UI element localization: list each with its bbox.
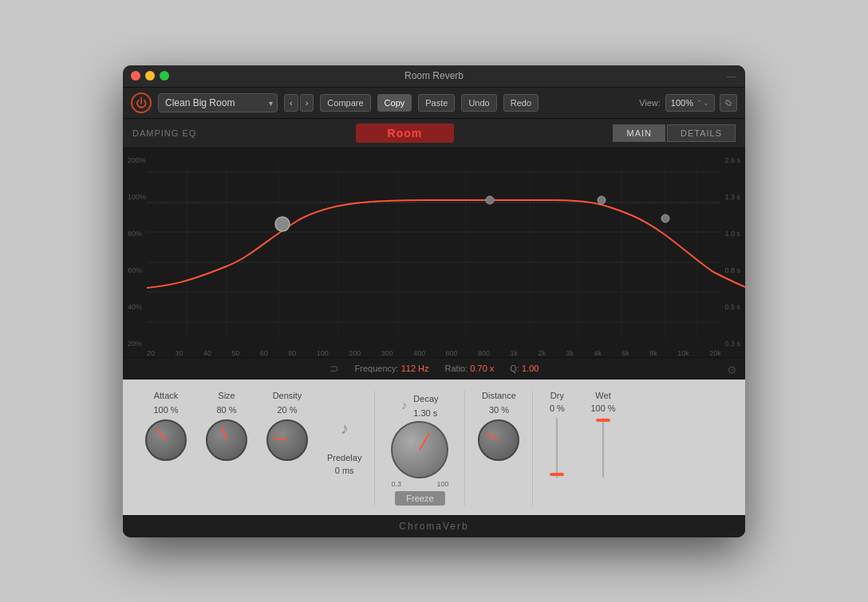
window-title: Room Reverb [404,70,464,81]
freq-800: 800 [478,349,490,357]
freq-2k: 2k [538,349,546,357]
compare-button[interactable]: Compare [320,94,370,112]
preset-dropdown[interactable]: Clean Big Room [158,93,278,112]
tab-main[interactable]: MAIN [613,124,665,142]
dry-value: 0 % [550,403,565,413]
power-icon: ⏻ [136,96,147,109]
attack-group: Attack 100 % [136,391,196,461]
q-value: 1.00 [522,364,539,373]
eq-display: 200% 100% 80% 60% 40% 20% 2.6 s 1.3 s 1.… [123,148,745,380]
eq-info-bar: ⊃ Frequency: 112 Hz Ratio: 0.70 x Q: 1.0… [123,357,745,380]
predelay-group: ♪ Predelay 0 ms [318,391,371,475]
wet-fader[interactable] [595,416,611,480]
predelay-label: Predelay [327,453,361,462]
freq-10k: 10k [677,349,689,357]
decay-knob[interactable] [391,421,448,478]
window-controls [131,71,169,81]
eq-curve [147,200,745,288]
power-button[interactable]: ⏻ [131,92,152,113]
dry-fader[interactable] [549,416,565,480]
decay-note-icon: ♪ [401,399,407,411]
eq-label-40: 40% [128,303,146,311]
freq-100: 100 [317,349,329,357]
freq-3k: 3k [566,349,574,357]
undo-button[interactable]: Undo [461,94,496,112]
preset-wrapper: Clean Big Room ▾ [158,93,278,112]
redo-button[interactable]: Redo [503,94,539,112]
density-label: Density [273,391,302,400]
copy-button[interactable]: Copy [377,94,412,112]
decay-group: ♪ Decay 1.30 s 0.3 100 Freeze [378,391,461,506]
eq-labels-right: 2.6 s 1.3 s 1.0 s 0.8 s 0.5 s 0.3 s [724,148,740,356]
view-label: View: [639,98,661,108]
freq-20k: 20k [709,349,721,357]
distance-group: Distance 30 % [468,391,529,461]
freq-200: 200 [349,349,361,357]
dry-group: Dry 0 % [536,391,578,480]
nav-group: ‹ › [284,94,314,112]
distance-knob[interactable] [478,419,519,461]
density-knob[interactable] [266,419,308,461]
eq-point-4[interactable] [661,214,669,222]
title-bar: Room Reverb — [123,65,745,88]
divider-2 [464,391,465,506]
attack-knob[interactable] [145,419,187,461]
density-group: Density 20 % [257,391,318,461]
decay-max: 100 [436,480,448,488]
eq-freq-labels: 20 30 40 50 60 80 100 200 300 400 600 80… [147,349,721,357]
maximize-button[interactable] [160,71,169,81]
freq-1k: 1k [511,349,519,357]
minimize-button[interactable] [145,71,155,81]
eq-label-0.5s: 0.5 s [724,303,740,311]
eq-point-2[interactable] [486,196,494,204]
wet-group: Wet 100 % [578,391,628,480]
ratio-value: 0.70 x [470,364,494,373]
link-button[interactable] [720,94,737,112]
dry-label: Dry [550,391,564,400]
eq-label-100: 100% [128,193,146,201]
freq-80: 80 [288,349,296,357]
freq-400: 400 [413,349,425,357]
eq-point-3[interactable] [598,196,606,204]
settings-icon[interactable]: ⚙ [727,364,737,376]
close-button[interactable] [131,71,140,81]
room-button[interactable]: Room [356,124,455,143]
mode-bar: DAMPING EQ Room MAIN DETAILS [123,119,745,148]
size-knob[interactable] [206,419,247,461]
divider-1 [374,391,375,506]
freq-600: 600 [446,349,458,357]
eq-label-0.3s: 0.3 s [724,340,740,348]
size-value: 80 % [216,405,236,415]
freq-20: 20 [147,349,155,357]
forward-button[interactable]: › [300,94,314,112]
bottom-footer: ChromaVerb [123,515,745,537]
freeze-button[interactable]: Freeze [395,491,444,506]
distance-value: 30 % [489,405,509,415]
bottom-controls: Attack 100 % Size 80 % Density 20 % [123,380,745,515]
view-arrows-icon: ⌃⌄ [696,99,709,107]
minimize-icon: — [727,71,736,81]
eq-labels-left: 200% 100% 80% 60% 40% 20% [128,148,146,356]
decay-range-labels: 0.3 100 [391,480,448,488]
eq-point-1[interactable] [275,217,290,231]
q-label: Q: 1.00 [510,364,539,373]
filter-icon: ⊃ [329,362,339,375]
view-value-display[interactable]: 100% ⌃⌄ [665,94,715,112]
size-label: Size [218,391,235,400]
divider-3 [532,391,533,506]
freq-6k: 6k [621,349,629,357]
eq-label-60: 60% [128,266,146,274]
freq-50: 50 [231,349,239,357]
freq-value: 112 Hz [401,364,429,373]
plugin-window: Room Reverb — ⏻ Clean Big Room ▾ ‹ › Com… [123,65,745,537]
attack-label: Attack [154,391,179,400]
freq-60: 60 [260,349,268,357]
back-button[interactable]: ‹ [284,94,298,112]
footer-title: ChromaVerb [399,521,468,532]
distance-label: Distance [482,391,516,400]
eq-grid-svg [123,148,745,380]
freq-300: 300 [381,349,393,357]
paste-button[interactable]: Paste [418,94,455,112]
attack-value: 100 % [153,405,178,415]
tab-details[interactable]: DETAILS [667,124,736,142]
